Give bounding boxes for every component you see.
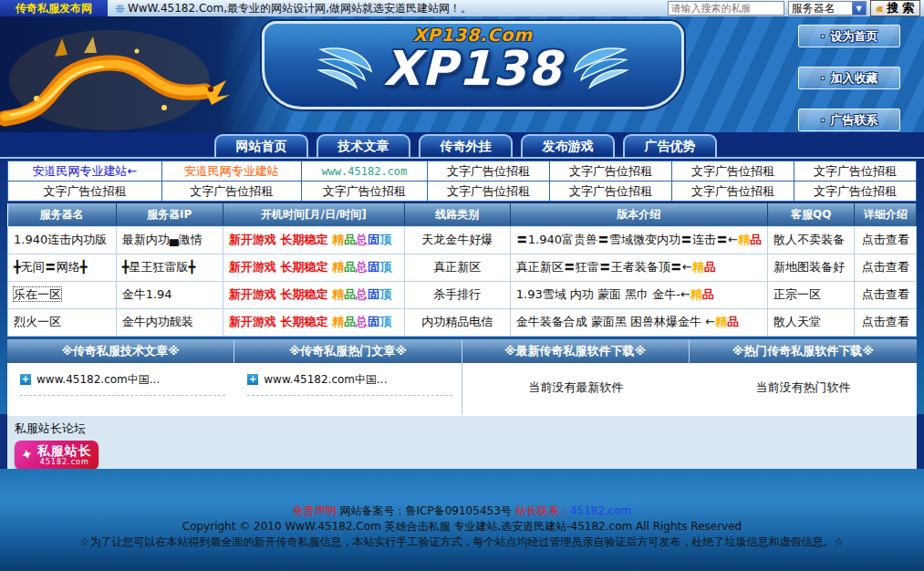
open-status-text: 固 — [368, 287, 379, 301]
version-cell: 1.93雪域 内功 蒙面 黑巾 金牛-←精品 — [510, 281, 767, 308]
ad-link[interactable]: 文字广告位招租 — [814, 164, 897, 178]
quick-link-0[interactable]: ·设为首页 — [798, 25, 900, 47]
server-name-cell: ╋无间〓网络╋ — [8, 254, 117, 281]
logo-main-text: XP138 — [383, 41, 563, 96]
view-detail-link[interactable]: 点击查看 — [862, 287, 909, 301]
server-name-link[interactable]: 乐在一区 — [14, 287, 61, 301]
open-status-text: 顶 — [379, 260, 391, 274]
hot-articles-cell: + www.45182.com中国... — [234, 363, 462, 414]
ad-cell: 安道民网专业建站← — [8, 161, 162, 182]
section-header-0: ※传奇私服技术文章※ — [7, 339, 234, 363]
open-time-cell: 新开游戏 长期稳定 精品总固顶 — [223, 254, 404, 281]
server-col-header: 线路类别 — [404, 203, 510, 226]
version-text: 精 — [715, 315, 727, 328]
version-cell: 真正新区〓狂雷〓王者装备顶〓←精品 — [510, 254, 767, 281]
server-table-body: 1.940连击内功版最新内功▄激情新开游戏 长期稳定 精品总固顶天龙金牛好爆〓1… — [8, 226, 917, 336]
ad-link[interactable]: 文字广告位招租 — [569, 184, 652, 198]
ad-link[interactable]: 文字广告位招租 — [691, 184, 774, 198]
ad-link[interactable]: 安道民网专业建站← — [32, 164, 137, 178]
version-cell: 〓1.940富贵兽〓雪域微变内功〓连击〓←精品 — [510, 226, 767, 254]
server-col-header: 服务器IP — [116, 203, 223, 226]
ad-link[interactable]: www.45182.com — [321, 165, 407, 178]
ad-link[interactable]: 文字广告位招租 — [691, 164, 774, 178]
line-type-cell: 天龙金牛好爆 — [404, 226, 510, 254]
search-input[interactable] — [668, 1, 784, 16]
topbar: 传奇私服发布网 ❊ WwW.45182.Com,最专业的网站设计网,做网站就选安… — [0, 0, 924, 16]
no-new-software-text: 当前没有最新软件 — [462, 372, 690, 396]
version-text: 金牛装备合成 蒙面黑 困兽林爆金牛 ← — [516, 315, 715, 328]
server-ip-cell: ╋星王狂雷版╋ — [116, 254, 223, 281]
section-header-3: ※热门传奇私服软件下载※ — [690, 339, 917, 363]
server-name-link[interactable]: 1.940连击内功版 — [14, 233, 107, 246]
search-area: 服务器名 ▼ « 搜 索 — [668, 0, 924, 16]
nav-tab-3[interactable]: 发布游戏 — [521, 134, 615, 157]
server-table-header-row: 服务器名服务器IP开机时间[月/日/时间]线路类别版本介绍客服QQ详细介绍 — [8, 203, 917, 226]
ad-link[interactable]: 文字广告位招租 — [447, 164, 530, 178]
banner: XP138.Com XP138 ·设为首页·加入收藏·广告联系 — [0, 16, 924, 132]
view-detail-link[interactable]: 点击查看 — [862, 233, 909, 246]
ad-cell: 文字广告位招租 — [794, 161, 916, 182]
section-header-2: ※最新传奇私服软件下载※ — [462, 339, 690, 363]
server-table: 服务器名服务器IP开机时间[月/日/时间]线路类别版本介绍客服QQ详细介绍 1.… — [7, 203, 917, 337]
ad-link[interactable]: 文字广告位招租 — [43, 184, 126, 198]
forum-logo-domain: 45182.com — [37, 459, 92, 466]
site-logo[interactable]: XP138.Com XP138 — [262, 21, 684, 109]
forum-logo-banner[interactable]: ✦ 私服站长 45182.com — [15, 441, 99, 470]
nav-tab-0[interactable]: 网站首页 — [214, 134, 308, 157]
qq-cell: 新地图装备好 — [767, 254, 855, 281]
footer-legal-text: 站长联系： — [515, 504, 570, 517]
quick-link-2[interactable]: ·广告联系 — [798, 109, 900, 131]
open-time-cell: 新开游戏 长期稳定 精品总固顶 — [223, 281, 404, 308]
main-nav: 网站首页技术文章传奇外挂发布游戏广告优势 — [0, 132, 924, 159]
webmaster-contact-link[interactable]: 45182.com — [570, 504, 632, 517]
ad-link[interactable]: 文字广告位招租 — [190, 184, 273, 198]
nav-tab-4[interactable]: 广告优势 — [623, 134, 717, 157]
ad-link[interactable]: 文字广告位招租 — [569, 164, 652, 178]
open-time-cell: 新开游戏 长期稳定 精品总固顶 — [223, 226, 404, 254]
article-link[interactable]: + www.45182.com中国... — [20, 372, 225, 396]
ad-link[interactable]: 文字广告位招租 — [323, 184, 406, 198]
detail-cell: 点击查看 — [855, 281, 917, 308]
chevron-down-icon[interactable]: ▼ — [852, 2, 866, 15]
version-text: 精 — [738, 233, 750, 246]
ad-link[interactable]: 文字广告位招租 — [814, 184, 897, 198]
search-category-select[interactable]: 服务器名 ▼ — [788, 1, 867, 16]
sparkle-icon: ❊ — [115, 3, 125, 15]
ad-cell: 文字广告位招租 — [161, 182, 301, 202]
site-name: 传奇私服发布网 — [0, 0, 108, 16]
ad-cell: 文字广告位招租 — [301, 182, 427, 202]
ad-cell: 文字广告位招租 — [671, 161, 794, 182]
nav-tab-2[interactable]: 传奇外挂 — [419, 134, 513, 157]
footer-disclaimer: ☆为了让您可以在本站得到最全面的新开传奇私服信息，本站实行手工验证方式，每个站点… — [0, 535, 924, 550]
ad-cell: 文字广告位招租 — [8, 182, 162, 202]
article-link[interactable]: + www.45182.com中国... — [247, 372, 452, 396]
open-time-cell: 新开游戏 长期稳定 精品总固顶 — [223, 308, 404, 336]
open-status-text: 总 — [356, 233, 368, 246]
open-status-text: 总 — [356, 315, 368, 328]
ad-cell: 文字广告位招租 — [794, 182, 916, 202]
version-text: 〓1.940富贵兽〓雪域微变内功〓连击〓← — [516, 233, 738, 246]
open-status-text: 长期稳定 — [280, 233, 332, 246]
server-ip-cell: 最新内功▄激情 — [116, 226, 223, 254]
open-status-text: 固 — [368, 233, 379, 246]
ad-cell: 文字广告位招租 — [427, 161, 549, 182]
nav-tab-1[interactable]: 技术文章 — [317, 134, 410, 157]
quick-links: ·设为首页·加入收藏·广告联系 — [798, 25, 900, 132]
bullet-icon: · — [821, 29, 825, 43]
ad-link[interactable]: 文字广告位招租 — [447, 184, 530, 198]
forum-strip: 私服站长论坛 ✦ 私服站长 45182.com — [7, 414, 917, 469]
view-detail-link[interactable]: 点击查看 — [862, 315, 909, 328]
open-status-text: 顶 — [379, 287, 391, 301]
wing-right-icon — [572, 45, 630, 92]
open-status-text: 品 — [344, 260, 356, 274]
server-name-cell: 1.940连击内功版 — [8, 226, 117, 254]
server-name-link[interactable]: 烈火一区 — [14, 315, 61, 328]
view-detail-link[interactable]: 点击查看 — [862, 260, 909, 274]
ad-link[interactable]: 安道民网专业建站 — [184, 164, 279, 178]
server-name-cell: 烈火一区 — [8, 308, 117, 336]
footer-legal-line: 免责声明 网站备案号：鲁ICP备09105453号 站长联系：45182.com — [0, 504, 924, 519]
search-button[interactable]: « 搜 索 — [870, 0, 920, 16]
detail-cell: 点击查看 — [855, 226, 917, 254]
server-name-link[interactable]: ╋无间〓网络╋ — [14, 260, 88, 274]
quick-link-1[interactable]: ·加入收藏 — [798, 67, 900, 89]
